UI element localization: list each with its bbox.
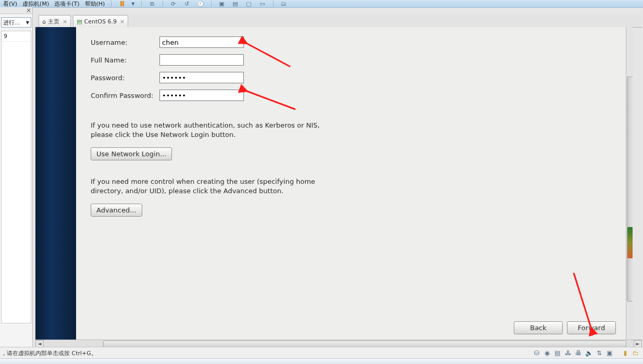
list-item[interactable]: 9 bbox=[2, 31, 31, 42]
username-label: Username: bbox=[91, 39, 159, 46]
wizard-content: Username: Full Name: Password: Confirm P… bbox=[76, 27, 626, 340]
cd-icon[interactable]: ◉ bbox=[543, 349, 551, 357]
sidebar-filter-label: 进行... bbox=[3, 19, 20, 27]
usb-icon[interactable]: ⇅ bbox=[595, 349, 603, 357]
host-horizontal-scrollbar[interactable]: ◄ ► bbox=[35, 340, 642, 347]
tab-close-icon[interactable]: × bbox=[120, 18, 125, 25]
display-icon[interactable]: ▣ bbox=[605, 349, 614, 357]
network-login-info: If you need to use network authenticatio… bbox=[91, 121, 330, 139]
sound-icon[interactable]: 🔈 bbox=[585, 349, 593, 357]
menu-tabs[interactable]: 选项卡(T) bbox=[54, 0, 79, 8]
unity-icon[interactable]: ▤ bbox=[231, 0, 240, 7]
printer-icon[interactable]: 🖶 bbox=[574, 349, 583, 357]
os-taskbar bbox=[0, 358, 643, 364]
tab-close-icon[interactable]: × bbox=[63, 18, 67, 25]
tab-home[interactable]: ⌂ 主页 × bbox=[39, 15, 71, 27]
sidebar-vm-list[interactable]: 9 bbox=[1, 31, 31, 323]
tab-centos[interactable]: ▤ CentOS 6.9 × bbox=[73, 15, 128, 27]
fit-guest-icon[interactable]: ▢ bbox=[245, 0, 253, 7]
floppy-icon[interactable]: ▤ bbox=[553, 349, 562, 357]
send-keys-icon[interactable]: ⧉ bbox=[148, 0, 156, 7]
fullname-label: Full Name: bbox=[91, 56, 159, 64]
statusbar-text: , 请在虚拟机内部单击或按 Ctrl+G。 bbox=[3, 349, 97, 357]
stretch-icon[interactable]: ▭ bbox=[258, 0, 267, 7]
confirm-password-input[interactable] bbox=[159, 90, 244, 101]
library-icon[interactable]: 🗂 bbox=[280, 0, 288, 7]
scrollbar-thumb[interactable] bbox=[627, 77, 633, 302]
vm-vertical-scrollbar[interactable] bbox=[626, 27, 633, 340]
username-input[interactable] bbox=[159, 36, 244, 48]
password-input[interactable] bbox=[159, 72, 244, 83]
home-icon: ⌂ bbox=[42, 18, 46, 25]
advanced-button[interactable]: Advanced... bbox=[91, 204, 142, 217]
snapshot-revert-icon[interactable]: ↺ bbox=[183, 0, 191, 7]
sidebar-close-bar: × bbox=[0, 7, 32, 14]
host-sidebar: × 进行... ▼ 9 bbox=[0, 7, 33, 348]
tab-centos-label: CentOS 6.9 bbox=[84, 18, 117, 25]
tab-home-label: 主页 bbox=[48, 18, 59, 26]
fullscreen-icon[interactable]: ▣ bbox=[218, 0, 226, 7]
chevron-down-icon: ▼ bbox=[26, 20, 29, 25]
back-button[interactable]: Back bbox=[514, 321, 563, 334]
password-label: Password: bbox=[91, 74, 159, 82]
vm-icon: ▤ bbox=[77, 18, 82, 25]
host-menubar: 看(V) 虚拟机(M) 选项卡(T) 帮助(H) ▼ ⧉ ⟳ ↺ 🕘 ▣ ▤ ▢… bbox=[0, 0, 643, 8]
power-dropdown-icon[interactable]: ▼ bbox=[131, 2, 134, 6]
host-statusbar: , 请在虚拟机内部单击或按 Ctrl+G。 ⛁ ◉ ▤ 🖧 🖶 🔈 ⇅ ▣ ▮ … bbox=[0, 347, 643, 359]
menu-help[interactable]: 帮助(H) bbox=[85, 0, 105, 8]
forward-button[interactable]: Forward bbox=[567, 321, 616, 334]
sidebar-filter-combo[interactable]: 进行... ▼ bbox=[1, 17, 31, 28]
wizard-nav: Back Forward bbox=[514, 321, 616, 334]
pause-icon[interactable] bbox=[118, 0, 126, 7]
snapshot-manager-icon[interactable]: 🕘 bbox=[196, 0, 205, 7]
network-icon[interactable]: 🖧 bbox=[564, 349, 572, 357]
doc-tabstrip: ⌂ 主页 × ▤ CentOS 6.9 × bbox=[35, 14, 642, 28]
vm-viewport: Username: Full Name: Password: Confirm P… bbox=[35, 27, 633, 346]
menu-view[interactable]: 看(V) bbox=[3, 0, 17, 8]
harddisk-icon[interactable]: ⛁ bbox=[533, 349, 541, 357]
use-network-login-button[interactable]: Use Network Login... bbox=[91, 147, 172, 160]
wizard-sidebar bbox=[35, 27, 76, 340]
snapshot-icon[interactable]: ⟳ bbox=[169, 0, 178, 7]
advanced-info: If you need more control when creating t… bbox=[91, 177, 330, 195]
statusbar-tray: ⛁ ◉ ▤ 🖧 🖶 🔈 ⇅ ▣ ▮ 🗀 bbox=[533, 349, 640, 357]
confirm-password-label: Confirm Password: bbox=[91, 92, 159, 99]
sidebar-pull-handle-icon[interactable] bbox=[627, 227, 633, 258]
fullname-input[interactable] bbox=[159, 54, 244, 66]
folder-icon[interactable]: 🗀 bbox=[632, 349, 640, 357]
messages-icon[interactable]: ▮ bbox=[621, 349, 629, 357]
sidebar-close-icon[interactable]: × bbox=[26, 7, 31, 14]
